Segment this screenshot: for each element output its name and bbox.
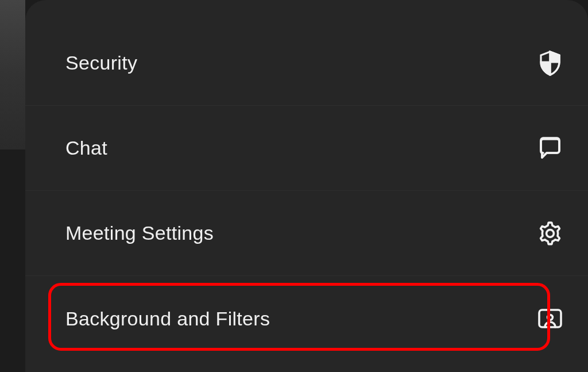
svg-point-0 [547, 229, 554, 237]
menu-item-label: Background and Filters [65, 308, 270, 330]
chat-bubble-icon [536, 135, 564, 162]
menu-item-label: Chat [65, 137, 107, 159]
more-menu-panel: Security Chat Meeting Settings [25, 0, 588, 372]
menu-item-background-filters[interactable]: Background and Filters [25, 276, 588, 361]
svg-point-2 [548, 315, 553, 320]
background-strip [0, 0, 25, 149]
person-frame-icon [536, 305, 564, 332]
menu-item-security[interactable]: Security [25, 21, 588, 106]
shield-icon [536, 49, 564, 77]
gear-icon [536, 220, 564, 247]
menu-item-chat[interactable]: Chat [25, 106, 588, 191]
menu-item-label: Meeting Settings [65, 222, 214, 244]
app-background: Security Chat Meeting Settings [0, 0, 588, 372]
menu-item-meeting-settings[interactable]: Meeting Settings [25, 191, 588, 276]
svg-rect-1 [539, 310, 561, 327]
menu-item-label: Security [65, 52, 137, 74]
